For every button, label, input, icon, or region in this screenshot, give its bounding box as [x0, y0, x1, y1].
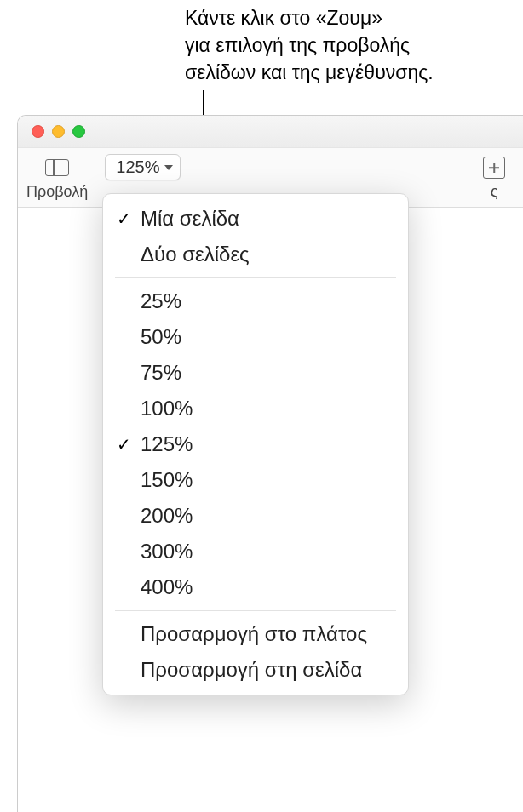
zoom-dropdown-menu: ✓Μία σελίδαΔύο σελίδες 25%50%75%100%✓125…	[102, 193, 409, 695]
minimize-window-button[interactable]	[52, 125, 65, 138]
menu-item-label: 75%	[141, 361, 181, 385]
add-label: ς	[491, 183, 498, 201]
checkmark-icon: ✓	[117, 434, 131, 455]
menu-item-label: 125%	[141, 432, 193, 456]
fit-options-section: Προσαρμογή στο πλάτοςΠροσαρμογή στη σελί…	[103, 616, 408, 688]
menu-item-label: 300%	[141, 540, 193, 563]
menu-item-zoom-3[interactable]: 100%	[103, 391, 408, 426]
menu-item-label: 50%	[141, 325, 181, 349]
callout-text: Κάντε κλικ στο «Ζουμ» για επιλογή της πρ…	[185, 4, 434, 87]
zoom-dropdown-button[interactable]: 125%	[105, 154, 181, 180]
callout-line2: για επιλογή της προβολής	[185, 31, 434, 59]
chevron-down-icon	[164, 165, 173, 170]
zoom-levels-section: 25%50%75%100%✓125%150%200%300%400%	[103, 283, 408, 605]
fullscreen-window-button[interactable]	[72, 125, 85, 138]
menu-separator	[115, 277, 396, 278]
menu-item-zoom-8[interactable]: 400%	[103, 569, 408, 605]
checkmark-icon: ✓	[117, 209, 131, 229]
sidebar-icon	[45, 159, 69, 176]
menu-item-fit-1[interactable]: Προσαρμογή στη σελίδα	[103, 652, 408, 688]
window-titlebar	[18, 116, 523, 148]
menu-item-label: Προσαρμογή στο πλάτος	[141, 622, 367, 646]
menu-item-zoom-4[interactable]: ✓125%	[103, 426, 408, 462]
menu-item-label: 200%	[141, 504, 193, 528]
menu-item-label: 100%	[141, 397, 193, 420]
close-window-button[interactable]	[32, 125, 44, 138]
menu-item-label: 150%	[141, 468, 193, 492]
menu-item-pageview-1[interactable]: Δύο σελίδες	[103, 237, 408, 272]
menu-check-col: ✓	[117, 209, 141, 229]
view-button[interactable]	[37, 155, 77, 180]
menu-check-col: ✓	[117, 434, 141, 455]
add-button[interactable]	[474, 155, 514, 180]
menu-item-label: Δύο σελίδες	[141, 243, 250, 266]
menu-item-zoom-2[interactable]: 75%	[103, 355, 408, 391]
add-toolbar-item: ς	[474, 155, 514, 201]
view-toolbar-item: Προβολή	[26, 155, 88, 201]
menu-item-label: 25%	[141, 289, 181, 313]
menu-item-zoom-5[interactable]: 150%	[103, 462, 408, 498]
menu-item-zoom-6[interactable]: 200%	[103, 498, 408, 534]
callout-line1: Κάντε κλικ στο «Ζουμ»	[185, 4, 434, 31]
menu-separator	[115, 610, 396, 611]
menu-item-pageview-0[interactable]: ✓Μία σελίδα	[103, 201, 408, 237]
menu-item-label: 400%	[141, 575, 193, 599]
menu-item-zoom-7[interactable]: 300%	[103, 534, 408, 569]
menu-item-label: Μία σελίδα	[141, 207, 239, 231]
plus-box-icon	[483, 157, 505, 179]
page-views-section: ✓Μία σελίδαΔύο σελίδες	[103, 201, 408, 272]
menu-item-zoom-1[interactable]: 50%	[103, 319, 408, 355]
view-label: Προβολή	[26, 183, 88, 201]
menu-item-fit-0[interactable]: Προσαρμογή στο πλάτος	[103, 616, 408, 652]
menu-item-label: Προσαρμογή στη σελίδα	[141, 658, 362, 682]
menu-item-zoom-0[interactable]: 25%	[103, 283, 408, 319]
zoom-value: 125%	[116, 157, 159, 177]
callout-line3: σελίδων και της μεγέθυνσης.	[185, 59, 434, 86]
